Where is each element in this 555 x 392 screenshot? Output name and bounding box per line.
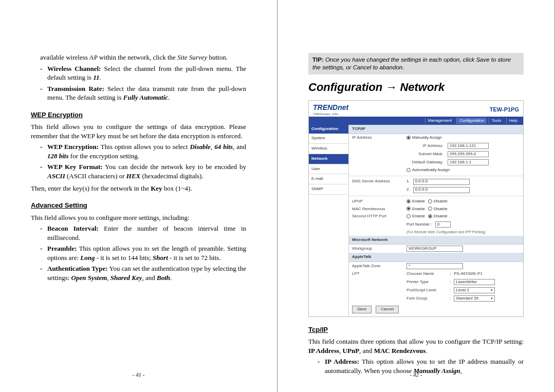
then-enter-key: Key	[151, 184, 162, 192]
upnp-enable[interactable]: Enable	[406, 199, 425, 204]
intro-italic: Site Survey	[177, 53, 207, 61]
auth-open: Open System	[71, 274, 107, 282]
sidebar-item-system[interactable]: System	[309, 134, 348, 144]
second-http-enable[interactable]: Enable	[406, 214, 425, 219]
shot-body: Configuration System Wireless Network Us…	[309, 125, 523, 316]
dns-label: DNS Server Address	[352, 179, 403, 184]
ip-address-field[interactable]: 192.168.1.121	[448, 143, 489, 149]
printer-type-field[interactable]: LaserWriter	[454, 279, 495, 285]
radio-off-icon	[428, 199, 432, 203]
wep-encryption-heading: WEP Encryption	[31, 110, 246, 120]
wep-enc-label: WEP Encryption:	[47, 143, 99, 151]
ps-level-select[interactable]: Level 2	[454, 287, 495, 293]
port-number-field[interactable]: 0	[435, 221, 451, 228]
gateway-row: Default Gateway 192.168.1.1	[349, 158, 523, 166]
dns1-prefix: 1.	[406, 179, 410, 184]
mac-rv-enable[interactable]: Enable	[406, 207, 425, 212]
preamble-long: Long	[80, 254, 95, 262]
transmission-rate-item: Transmission Rate: Select the data trans…	[40, 84, 246, 102]
then-enter-b: box (1~4).	[162, 184, 192, 192]
subnet-field[interactable]: 255.255.255.0	[448, 151, 489, 157]
dns2-prefix: 2.	[406, 187, 410, 193]
printer-type-label: Printer Type	[406, 279, 445, 285]
lpt-label: LPT	[352, 271, 403, 277]
upnp-label: UPnP	[352, 199, 403, 204]
dns2-field[interactable]: 0.0.0.0	[413, 187, 470, 193]
page-42: TIP: Once you have changed the settings …	[278, 0, 555, 392]
button-row: Save Cancel	[349, 303, 523, 316]
font-group-row: Font Group : Standard 35	[349, 294, 523, 303]
tab-tools[interactable]: Tools	[489, 118, 504, 124]
auto-assign-text: Automatically Assign	[412, 167, 450, 172]
wireless-channel-default: 11	[93, 73, 99, 81]
ps-level-label: PostScript Level	[406, 288, 445, 293]
dns-row1: DNS Server Address 1. 0.0.0.0	[349, 178, 523, 186]
radio-off-icon	[406, 168, 411, 172]
tab-help[interactable]: Help	[506, 118, 520, 124]
page-41: available wireless AP within the network…	[0, 0, 278, 392]
workgroup-label: Workgroup	[352, 246, 403, 252]
ip-address-label: IP Address	[352, 135, 403, 141]
apple-zone-field[interactable]: *	[406, 263, 463, 269]
tab-configuration[interactable]: Configuration	[456, 118, 487, 124]
disable-text: Disable	[434, 199, 448, 203]
ip-addr-label: IP Address:	[325, 358, 359, 365]
sidebar-item-user[interactable]: User	[309, 164, 348, 175]
tcpip-upnp: UPnP	[343, 347, 360, 354]
tab-management[interactable]: Management	[425, 118, 455, 124]
ip-address-row: IP Address Manually Assign	[349, 134, 523, 142]
intro-after: button.	[207, 53, 228, 61]
radio-on-icon	[406, 136, 411, 140]
preamble-label: Preamble:	[47, 245, 77, 252]
trans-rate-label: Transmission Rate:	[47, 85, 104, 92]
preamble-mid2: - it is set to 72 bits.	[168, 254, 221, 262]
save-button[interactable]: Save	[352, 306, 372, 313]
enable-text: Enable	[412, 214, 425, 218]
auto-assign-radio[interactable]: Automatically Assign	[406, 167, 450, 173]
preamble-short: Short	[153, 254, 168, 262]
radio-on-icon	[406, 199, 411, 203]
dns-row2: 2. 0.0.0.0	[349, 186, 523, 194]
lpt-row: LPT Chooser Name : PS-487/02E-P1	[349, 270, 523, 278]
sidebar-item-email[interactable]: E-mail	[309, 174, 348, 184]
gateway-field[interactable]: 192.168.1.1	[448, 159, 489, 165]
radio-on-icon	[428, 214, 432, 218]
intro-text: available wireless AP within the network…	[40, 53, 177, 61]
subnet-row: Subnet Mask 255.255.255.0	[349, 150, 523, 158]
brand-block: TRENDnet TRENDware, USA	[313, 103, 348, 117]
subnet-sublabel: Subnet Mask	[406, 152, 445, 157]
intro-continuation: available wireless AP within the network…	[40, 53, 246, 62]
dns1-field[interactable]: 0.0.0.0	[413, 179, 470, 185]
upnp-row: UPnP Enable Disable	[349, 198, 523, 206]
second-http-disable[interactable]: Disable	[428, 214, 448, 219]
wep-key-mid: (ASCII characters) or	[65, 172, 126, 180]
wireless-options-list: Wireless Channel: Select the channel fro…	[40, 64, 246, 102]
enable-text: Enable	[412, 207, 425, 211]
sidebar-header: Configuration	[309, 125, 348, 134]
workgroup-field[interactable]: WORKGROUP	[406, 246, 463, 252]
config-network-heading: Configuration → Network	[308, 80, 524, 95]
advanced-setting-heading: Advanced Setting	[31, 201, 246, 210]
ip-sub-row: IP Address 192.168.1.121	[349, 142, 523, 150]
sidebar-item-wireless[interactable]: Wireless	[309, 144, 348, 154]
then-enter-text: Then, enter the key(s) for the network i…	[31, 184, 246, 193]
wep-key-format-item: WEP Key Format: You can decide the netwo…	[40, 162, 246, 180]
wep-key-hex: HEX	[126, 172, 140, 180]
wireless-channel-label: Wireless Channel:	[47, 65, 101, 72]
wep-enc-128: 128 bits	[47, 152, 69, 160]
sidebar-item-network[interactable]: Network	[309, 154, 348, 164]
wep-key-tail: (hexadecimal digitals).	[140, 172, 203, 180]
manually-assign-radio[interactable]: Manually Assign	[406, 135, 442, 141]
then-enter-a: Then, enter the key(s) for the network i…	[31, 184, 151, 192]
sidebar-item-snmp[interactable]: SNMP	[309, 184, 348, 195]
disable-text: Disable	[434, 207, 448, 211]
tip-label: TIP:	[312, 57, 324, 63]
enable-text: Enable	[412, 199, 425, 203]
font-group-select[interactable]: Standard 35	[454, 295, 495, 302]
mac-rv-disable[interactable]: Disable	[428, 207, 448, 212]
apple-zone-label: AppleTalk Zone	[352, 264, 403, 269]
upnp-disable[interactable]: Disable	[428, 199, 448, 204]
cancel-button[interactable]: Cancel	[376, 306, 399, 313]
ps-level-row: PostScript Level : Level 2	[349, 286, 523, 294]
workgroup-row: Workgroup WORKGROUP	[349, 245, 523, 253]
